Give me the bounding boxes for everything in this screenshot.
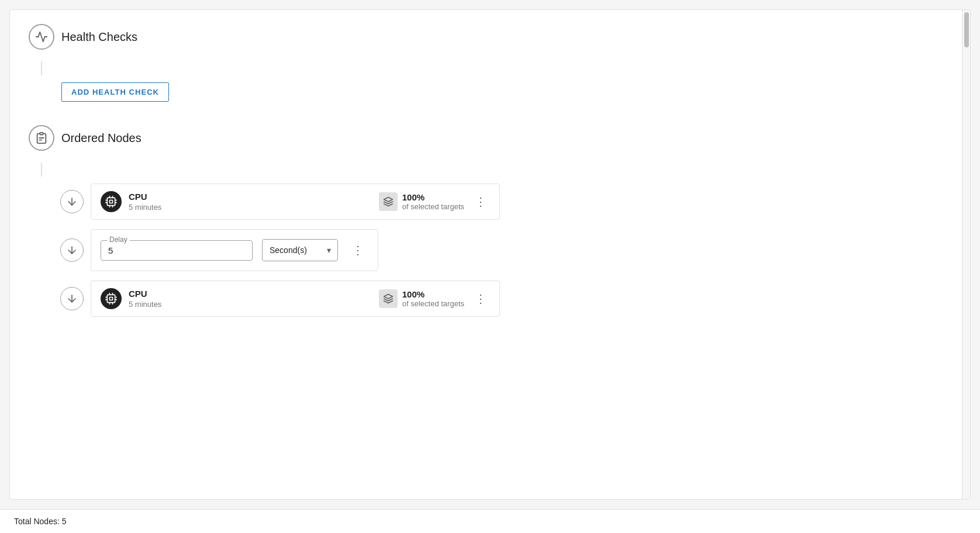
footer: Total Nodes: 5: [0, 509, 980, 533]
ordered-nodes-connector: [41, 162, 42, 176]
ordered-nodes-title: Ordered Nodes: [61, 131, 142, 145]
svg-rect-0: [40, 133, 43, 135]
svg-marker-14: [384, 198, 392, 202]
node-2-more-button[interactable]: ⋮: [471, 289, 490, 308]
scrollbar-thumb[interactable]: [964, 12, 969, 47]
node-2-down-arrow[interactable]: [60, 287, 84, 310]
node-1-percent: 100%: [402, 192, 464, 202]
page-wrapper: Health Checks ADD HEALTH CHECK Ordered N…: [0, 0, 980, 533]
health-checks-connector: [41, 61, 42, 75]
svg-rect-5: [110, 200, 113, 203]
svg-rect-18: [110, 297, 113, 300]
add-health-check-button[interactable]: ADD HEALTH CHECK: [61, 82, 169, 102]
node-card-2: CPU 5 minutes 100%: [91, 281, 500, 317]
delay-row: Delay Second(s) Minute(s) Hour(s) ⋮: [60, 229, 951, 271]
health-checks-section-header: Health Checks: [29, 24, 951, 50]
node-1-info: CPU 5 minutes: [129, 192, 372, 212]
node-1-cpu-icon: [101, 191, 122, 212]
ordered-nodes-icon: [29, 125, 54, 151]
node-2-cpu-icon: [101, 288, 122, 309]
delay-more-button[interactable]: ⋮: [347, 240, 368, 261]
node-card-1: CPU 5 minutes 100%: [91, 184, 500, 220]
main-content: Health Checks ADD HEALTH CHECK Ordered N…: [9, 9, 971, 500]
health-checks-title: Health Checks: [61, 30, 137, 44]
node-1-targets-info: 100% of selected targets: [402, 192, 464, 211]
node-1-percent-label: of selected targets: [402, 202, 464, 211]
node-2-subtitle: 5 minutes: [129, 300, 372, 309]
node-1-subtitle: 5 minutes: [129, 203, 372, 212]
delay-unit-select[interactable]: Second(s) Minute(s) Hour(s): [262, 239, 338, 261]
scrollbar[interactable]: [962, 10, 970, 499]
node-1-title: CPU: [129, 192, 372, 202]
node-1-layers-icon: [379, 192, 398, 211]
node-2-targets: 100% of selected targets: [379, 289, 464, 308]
ordered-nodes-section: Ordered Nodes: [29, 125, 951, 317]
node-2-targets-info: 100% of selected targets: [402, 289, 464, 308]
svg-marker-27: [384, 295, 392, 299]
delay-input[interactable]: [108, 245, 245, 255]
delay-input-wrapper: Delay: [101, 240, 253, 261]
svg-rect-4: [107, 198, 115, 205]
total-nodes-label: Total Nodes: 5: [14, 517, 67, 526]
svg-rect-17: [107, 295, 115, 302]
node-2-percent: 100%: [402, 289, 464, 299]
node-1-more-button[interactable]: ⋮: [471, 192, 490, 211]
node-row-2: CPU 5 minutes 100%: [60, 281, 951, 317]
node-1-targets: 100% of selected targets: [379, 192, 464, 211]
delay-label: Delay: [107, 236, 130, 244]
node-2-layers-icon: [379, 289, 398, 308]
node-2-info: CPU 5 minutes: [129, 289, 372, 309]
node-row-1: CPU 5 minutes 100%: [60, 184, 951, 220]
delay-card: Delay Second(s) Minute(s) Hour(s) ⋮: [91, 229, 378, 271]
health-checks-icon: [29, 24, 54, 50]
node-2-title: CPU: [129, 289, 372, 299]
node-2-percent-label: of selected targets: [402, 299, 464, 308]
delay-down-arrow[interactable]: [60, 238, 84, 262]
node-1-down-arrow[interactable]: [60, 190, 84, 213]
delay-unit-wrapper: Second(s) Minute(s) Hour(s): [257, 239, 338, 261]
ordered-nodes-section-header: Ordered Nodes: [29, 125, 951, 151]
